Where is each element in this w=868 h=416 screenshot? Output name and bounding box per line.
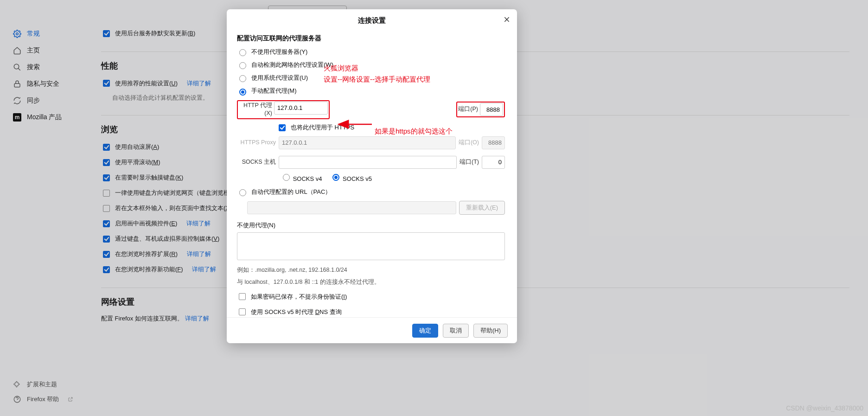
auth-checkbox[interactable] bbox=[239, 293, 246, 300]
no-proxy-textarea[interactable] bbox=[237, 232, 505, 260]
http-proxy-label: HTTP 代理(X) bbox=[239, 102, 272, 118]
socks-label: SOCKS 主机 bbox=[237, 158, 276, 166]
socks-dns-checkbox[interactable] bbox=[239, 308, 246, 315]
reload-button: 重新载入(E) bbox=[459, 201, 505, 215]
help-button[interactable]: 帮助(H) bbox=[473, 324, 508, 338]
socks-v5-radio[interactable] bbox=[332, 174, 339, 181]
manual-proxy-radio[interactable] bbox=[239, 89, 246, 96]
ok-button[interactable]: 确定 bbox=[412, 324, 438, 338]
auto-detect-radio[interactable] bbox=[239, 62, 246, 69]
pac-radio[interactable] bbox=[239, 189, 246, 196]
cancel-button[interactable]: 取消 bbox=[443, 324, 469, 338]
close-icon bbox=[503, 16, 511, 23]
pac-url-input bbox=[247, 201, 456, 214]
socks-port-label: 端口(T) bbox=[460, 158, 479, 166]
noproxy-hint1: 例如：.mozilla.org, .net.nz, 192.168.1.0/24 bbox=[237, 266, 505, 275]
socks-port-input[interactable] bbox=[482, 156, 505, 169]
socks-host-input[interactable] bbox=[279, 156, 457, 169]
proxy-section-title: 配置访问互联网的代理服务器 bbox=[237, 34, 505, 43]
http-port-label: 端口(P) bbox=[458, 105, 478, 114]
noproxy-hint2: 与 localhost、127.0.0.1/8 和 ::1 的连接永不经过代理。 bbox=[237, 278, 505, 287]
dialog-title: 连接设置 bbox=[358, 16, 386, 25]
https-proxy-label: HTTPS Proxy bbox=[237, 139, 276, 147]
socks-v4-radio[interactable] bbox=[283, 174, 290, 181]
https-port-input bbox=[482, 136, 505, 149]
also-https-checkbox[interactable] bbox=[279, 124, 286, 131]
https-proxy-input bbox=[279, 136, 456, 149]
watermark: CSDN @weixin_43878000 bbox=[786, 404, 863, 413]
dialog-header: 连接设置 bbox=[227, 9, 517, 32]
connection-settings-dialog: 连接设置 配置访问互联网的代理服务器 不使用代理服务器(Y) 自动检测此网络的代… bbox=[227, 9, 517, 343]
no-proxy-radio[interactable] bbox=[239, 49, 246, 56]
close-button[interactable] bbox=[503, 16, 511, 26]
http-proxy-input[interactable] bbox=[274, 102, 328, 115]
system-proxy-radio[interactable] bbox=[239, 75, 246, 82]
https-port-label: 端口(O) bbox=[459, 139, 479, 147]
http-port-input[interactable] bbox=[480, 103, 503, 116]
no-proxy-label: 不使用代理(N) bbox=[237, 221, 505, 230]
